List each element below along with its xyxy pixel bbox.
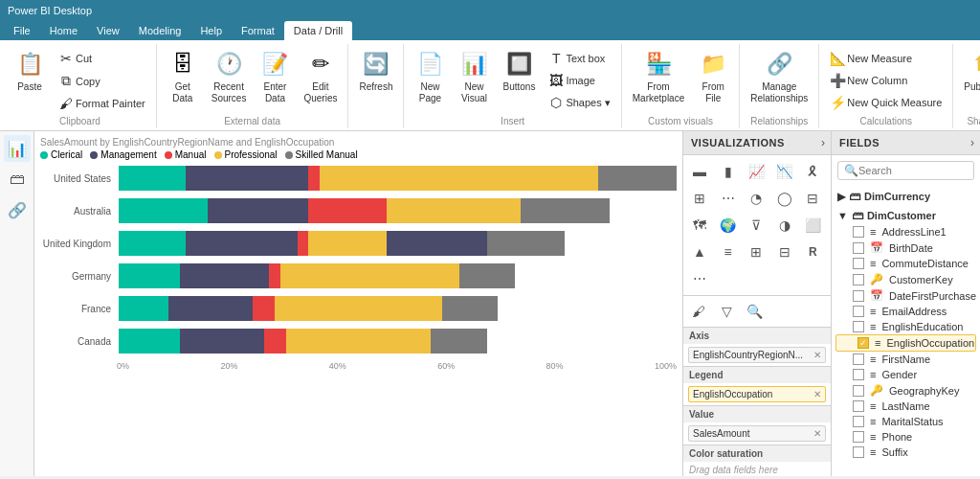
field-birthdate[interactable]: 📅 BirthDate bbox=[832, 240, 980, 256]
get-data-button[interactable]: 🗄 GetData bbox=[163, 46, 203, 107]
dimcurrency-group: ▶ 🗃 DimCurrency bbox=[832, 188, 980, 205]
checkbox-suffix[interactable] bbox=[853, 446, 864, 458]
from-file-button[interactable]: 📁 FromFile bbox=[693, 46, 733, 107]
field-suffix[interactable]: ≡ Suffix bbox=[832, 445, 980, 460]
viz-icon-card[interactable]: ⬜ bbox=[800, 213, 825, 238]
image-button[interactable]: 🖼 Image bbox=[544, 70, 614, 91]
bar-fr-professional2 bbox=[342, 296, 442, 321]
refresh-button[interactable]: 🔄 Refresh bbox=[354, 46, 397, 96]
tab-format[interactable]: Format bbox=[232, 21, 284, 40]
model-view-icon[interactable]: 🔗 bbox=[4, 196, 31, 223]
legend-field-text: EnglishOccupation bbox=[693, 389, 810, 399]
fields-search-input[interactable] bbox=[858, 165, 980, 176]
tab-file[interactable]: File bbox=[4, 21, 40, 40]
viz-icon-waterfall[interactable]: ⊞ bbox=[687, 186, 712, 211]
viz-icon-bar[interactable]: ▬ bbox=[687, 159, 712, 184]
checkbox-phone[interactable] bbox=[853, 431, 864, 443]
field-label-addressline1: AddressLine1 bbox=[881, 226, 946, 238]
tab-help[interactable]: Help bbox=[190, 21, 232, 40]
viz-icon-scatter[interactable]: ⋯ bbox=[716, 186, 741, 211]
new-measure-button[interactable]: 📐 New Measure bbox=[825, 48, 947, 69]
new-quick-measure-button[interactable]: ⚡ New Quick Measure bbox=[825, 92, 947, 113]
viz-icon-map[interactable]: 🗺 bbox=[687, 213, 712, 238]
report-view-icon[interactable]: 📊 bbox=[4, 135, 31, 162]
tab-view[interactable]: View bbox=[87, 21, 129, 40]
field-addressline1[interactable]: ≡ AddressLine1 bbox=[832, 224, 980, 240]
field-emailaddress[interactable]: ≡ EmailAddress bbox=[832, 304, 980, 319]
checkbox-firstname[interactable] bbox=[853, 354, 864, 365]
checkbox-gender[interactable] bbox=[853, 369, 864, 380]
paste-button[interactable]: 📋 Paste bbox=[10, 46, 50, 96]
edit-queries-button[interactable]: ✏ EditQueries bbox=[299, 46, 342, 107]
enter-data-button[interactable]: 📝 EnterData bbox=[255, 46, 295, 107]
tab-home[interactable]: Home bbox=[40, 21, 87, 40]
viz-icon-filter[interactable]: ▽ bbox=[714, 299, 739, 324]
viz-icon-donut[interactable]: ◯ bbox=[772, 186, 797, 211]
checkbox-geographykey[interactable] bbox=[853, 385, 864, 397]
viz-icon-area[interactable]: 📉 bbox=[772, 159, 797, 184]
publish-button[interactable]: ⬆ Publish bbox=[959, 46, 980, 96]
checkbox-datefirstpurchase[interactable] bbox=[853, 290, 864, 302]
field-commutedistance[interactable]: ≡ CommuteDistance bbox=[832, 256, 980, 271]
viz-icon-filled-map[interactable]: 🌍 bbox=[716, 213, 741, 238]
new-visual-button[interactable]: 📊 NewVisual bbox=[454, 46, 494, 107]
viz-icon-table[interactable]: ⊞ bbox=[744, 240, 768, 264]
viz-icon-column[interactable]: ▮ bbox=[716, 159, 741, 184]
manage-relationships-button[interactable]: 🔗 ManageRelationships bbox=[746, 46, 813, 107]
field-englishoccupation[interactable]: ✓ ≡ EnglishOccupation bbox=[835, 334, 976, 352]
viz-icon-r[interactable]: R bbox=[800, 240, 825, 264]
format-painter-button[interactable]: 🖌 Format Painter bbox=[54, 93, 150, 114]
value-field-x[interactable]: ✕ bbox=[813, 428, 821, 439]
dimcustomer-header[interactable]: ▼ 🗃 DimCustomer bbox=[832, 207, 980, 224]
checkbox-englisheducation[interactable] bbox=[853, 321, 864, 332]
checkbox-commutedistance[interactable] bbox=[853, 258, 864, 269]
fields-chevron[interactable]: › bbox=[965, 131, 980, 154]
checkbox-customerkey[interactable] bbox=[853, 274, 864, 285]
checkbox-englishoccupation[interactable]: ✓ bbox=[858, 337, 869, 349]
field-gender[interactable]: ≡ Gender bbox=[832, 367, 980, 382]
field-icon-addressline1: ≡ bbox=[870, 226, 876, 238]
checkbox-birthdate[interactable] bbox=[853, 242, 864, 254]
viz-icon-gauge[interactable]: ◑ bbox=[772, 213, 797, 238]
checkbox-emailaddress[interactable] bbox=[853, 306, 864, 317]
viz-icon-more[interactable]: ⋯ bbox=[687, 266, 712, 291]
share-buttons: ⬆ Publish bbox=[959, 46, 980, 114]
field-firstname[interactable]: ≡ FirstName bbox=[832, 352, 980, 367]
viz-icon-matrix[interactable]: ⊟ bbox=[772, 240, 797, 264]
checkbox-lastname[interactable] bbox=[853, 400, 864, 412]
viz-icon-treemap[interactable]: ⊟ bbox=[800, 186, 825, 211]
viz-chevron[interactable]: › bbox=[815, 131, 831, 154]
field-lastname[interactable]: ≡ LastName bbox=[832, 399, 980, 414]
viz-icon-pie[interactable]: ◔ bbox=[744, 186, 768, 211]
copy-button[interactable]: ⧉ Copy bbox=[54, 70, 150, 92]
legend-field-x[interactable]: ✕ bbox=[813, 389, 821, 399]
buttons-button[interactable]: 🔲 Buttons bbox=[498, 46, 540, 96]
checkbox-addressline1[interactable] bbox=[853, 226, 864, 238]
field-geographykey[interactable]: 🔑 GeographyKey bbox=[832, 382, 980, 399]
field-phone[interactable]: ≡ Phone bbox=[832, 429, 980, 445]
viz-icon-funnel[interactable]: ⊽ bbox=[744, 213, 768, 238]
field-customerkey[interactable]: 🔑 CustomerKey bbox=[832, 271, 980, 287]
field-englisheducation[interactable]: ≡ EnglishEducation bbox=[832, 319, 980, 334]
data-view-icon[interactable]: 🗃 bbox=[4, 166, 31, 193]
new-page-button[interactable]: 📄 NewPage bbox=[410, 46, 450, 107]
viz-icon-ribbon[interactable]: 🎗 bbox=[800, 159, 825, 184]
field-datefirstpurchase[interactable]: 📅 DateFirstPurchase bbox=[832, 287, 980, 304]
recent-sources-button[interactable]: 🕐 RecentSources bbox=[207, 46, 252, 107]
viz-icon-line[interactable]: 📈 bbox=[744, 159, 768, 184]
tab-data-drill[interactable]: Data / Drill bbox=[284, 21, 352, 40]
dimcurrency-header[interactable]: ▶ 🗃 DimCurrency bbox=[832, 188, 980, 205]
from-marketplace-button[interactable]: 🏪 FromMarketplace bbox=[628, 46, 689, 107]
checkbox-maritalstatus[interactable] bbox=[853, 416, 864, 427]
new-column-button[interactable]: ➕ New Column bbox=[825, 70, 947, 91]
cut-button[interactable]: ✂ Cut bbox=[54, 48, 150, 69]
field-maritalstatus[interactable]: ≡ MaritalStatus bbox=[832, 414, 980, 429]
shapes-button[interactable]: ⬡ Shapes ▾ bbox=[544, 92, 614, 113]
text-box-button[interactable]: T Text box bbox=[544, 48, 614, 69]
viz-icon-kpi[interactable]: ▲ bbox=[687, 240, 712, 264]
viz-icon-analytics[interactable]: 🔍 bbox=[742, 299, 767, 324]
viz-icon-format[interactable]: 🖌 bbox=[686, 299, 711, 324]
tab-modeling[interactable]: Modeling bbox=[129, 21, 191, 40]
viz-icon-slicer[interactable]: ≡ bbox=[716, 240, 741, 264]
axis-field-x[interactable]: ✕ bbox=[813, 350, 821, 360]
